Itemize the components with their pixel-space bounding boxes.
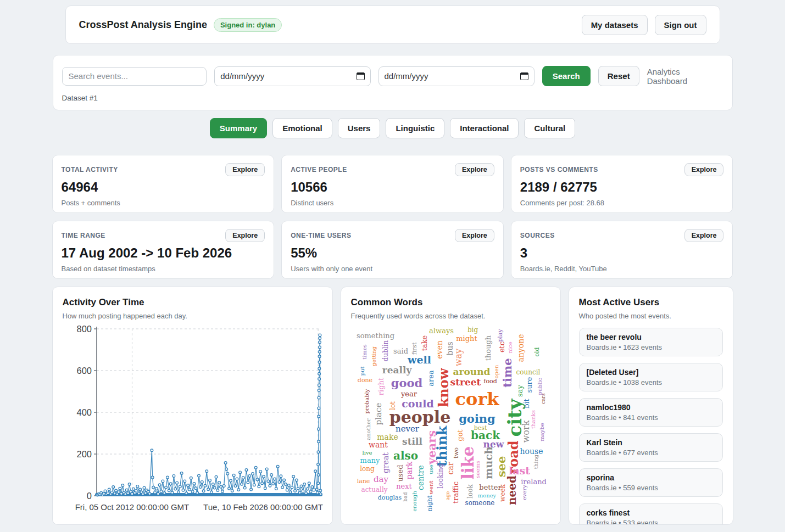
common-words-subtitle: Frequently used words across the dataset… bbox=[351, 312, 550, 320]
cloud-word: house bbox=[520, 447, 543, 455]
cloud-word: cars bbox=[541, 393, 545, 404]
user-meta: Boards.ie • 559 events bbox=[587, 484, 715, 492]
stat-value: 10566 bbox=[291, 180, 494, 195]
calendar-icon[interactable] bbox=[520, 72, 528, 80]
active-users-panel: Most Active Users Who posted the most ev… bbox=[569, 287, 733, 525]
user-item: [Deleted User]Boards.ie • 1038 events bbox=[579, 363, 723, 391]
stat-title: POSTS VS COMMENTS bbox=[520, 163, 598, 173]
app-header-actions: My datasets Sign out bbox=[582, 15, 706, 35]
user-meta: Boards.ie • 533 events bbox=[587, 519, 715, 525]
tab-interactional[interactable]: Interactional bbox=[450, 118, 519, 138]
stat-title: TOTAL ACTIVITY bbox=[62, 163, 118, 173]
explore-button[interactable]: Explore bbox=[684, 163, 724, 176]
cloud-word: though bbox=[484, 335, 491, 361]
cloud-word: place bbox=[374, 403, 382, 425]
tab-users[interactable]: Users bbox=[338, 118, 381, 138]
tab-linguistic[interactable]: Linguistic bbox=[386, 118, 444, 138]
cloud-word: work bbox=[522, 421, 531, 443]
cloud-word: went bbox=[428, 481, 434, 495]
svg-text:800: 800 bbox=[76, 324, 92, 334]
user-item: Karl SteinBoards.ie • 677 events bbox=[579, 433, 723, 462]
cloud-word: much bbox=[483, 446, 493, 479]
stat-subtitle: Comments per post: 28.68 bbox=[520, 199, 724, 207]
cloud-word: street bbox=[450, 378, 481, 387]
cloud-word: enough bbox=[412, 491, 417, 512]
app-title: CrossPost Analysis Engine bbox=[79, 19, 207, 31]
cloud-word: good bbox=[391, 377, 422, 389]
activity-chart: 0200400600800Fri, 05 Oct 2012 00:00:00 G… bbox=[63, 321, 325, 514]
user-name: namloc1980 bbox=[587, 403, 715, 412]
stat-title: ONE-TIME USERS bbox=[291, 229, 351, 239]
date-from-input[interactable]: dd/mm/yyyy bbox=[214, 66, 370, 86]
stat-card-active-people: ACTIVE PEOPLEExplore10566Distinct users bbox=[281, 155, 504, 213]
cloud-word: centre bbox=[417, 465, 425, 490]
filter-bar: dd/mm/yyyy dd/mm/yyyy Search Reset Analy… bbox=[53, 55, 733, 110]
cloud-word: like bbox=[460, 446, 476, 480]
user-meta: Boards.ie • 1623 events bbox=[587, 343, 715, 351]
cloud-word: right bbox=[377, 378, 384, 395]
calendar-icon[interactable] bbox=[357, 72, 365, 80]
dashboard-label: Analytics Dashboard bbox=[647, 67, 723, 86]
tab-cultural[interactable]: Cultural bbox=[524, 118, 575, 138]
cloud-word: year bbox=[401, 390, 417, 397]
cloud-word: take bbox=[420, 335, 427, 351]
cloud-word: also bbox=[393, 450, 418, 461]
activity-chart-wrap: 0200400600800Fri, 05 Oct 2012 00:00:00 G… bbox=[63, 321, 322, 517]
cloud-word: make bbox=[377, 433, 398, 441]
tab-emotional[interactable]: Emotional bbox=[272, 118, 332, 138]
activity-subtitle: How much posting happened each day. bbox=[63, 312, 322, 320]
filter-row: dd/mm/yyyy dd/mm/yyyy Search Reset Analy… bbox=[62, 66, 723, 86]
activity-title: Activity Over Time bbox=[63, 297, 322, 308]
user-item: namloc1980Boards.ie • 841 events bbox=[579, 398, 723, 427]
cloud-word: dublin bbox=[382, 340, 389, 362]
cloud-word: public bbox=[537, 378, 543, 395]
date-from-placeholder: dd/mm/yyyy bbox=[220, 71, 264, 81]
sign-out-button[interactable]: Sign out bbox=[655, 15, 706, 35]
tab-summary[interactable]: Summary bbox=[210, 118, 267, 138]
my-datasets-button[interactable]: My datasets bbox=[582, 15, 648, 35]
cloud-word: seems bbox=[475, 461, 481, 478]
explore-button[interactable]: Explore bbox=[455, 163, 494, 176]
tab-bar: SummaryEmotionalUsersLinguisticInteracti… bbox=[0, 118, 785, 138]
explore-button[interactable]: Explore bbox=[225, 229, 265, 242]
stat-title: TIME RANGE bbox=[62, 229, 105, 239]
stat-value: 3 bbox=[520, 245, 724, 261]
cloud-word: next bbox=[396, 483, 412, 490]
cloud-word: area bbox=[427, 370, 434, 386]
stat-card-posts-vs-comments: POSTS VS COMMENTSExplore2189 / 62775Comm… bbox=[511, 155, 733, 213]
cloud-word: nice bbox=[508, 341, 513, 353]
cloud-word: well bbox=[408, 355, 431, 365]
stat-card-sources: SOURCESExplore3Boards.ie, Reddit, YouTub… bbox=[511, 221, 733, 279]
reset-button[interactable]: Reset bbox=[598, 66, 639, 86]
cloud-word: better bbox=[479, 484, 501, 491]
cloud-word: big bbox=[467, 327, 478, 333]
search-button[interactable]: Search bbox=[542, 66, 591, 86]
date-to-input[interactable]: dd/mm/yyyy bbox=[378, 66, 535, 86]
svg-text:200: 200 bbox=[76, 449, 92, 459]
user-name: corks finest bbox=[587, 508, 715, 517]
cloud-word: many bbox=[360, 457, 380, 464]
cloud-word: looking bbox=[437, 464, 444, 489]
explore-button[interactable]: Explore bbox=[225, 163, 265, 176]
cloud-word: anyone bbox=[517, 334, 525, 362]
cloud-word: want bbox=[369, 441, 388, 449]
stats-grid: TOTAL ACTIVITYExplore64964Posts + commen… bbox=[52, 155, 733, 279]
cloud-word: put bbox=[360, 367, 365, 376]
signed-in-badge: Signed in: dylan bbox=[214, 18, 282, 32]
cloud-word: use bbox=[428, 464, 434, 474]
cloud-word: even bbox=[436, 340, 443, 359]
cloud-word: still bbox=[402, 437, 422, 446]
search-input[interactable] bbox=[62, 67, 207, 86]
user-meta: Boards.ie • 1038 events bbox=[587, 378, 715, 387]
app-header-left: CrossPost Analysis Engine Signed in: dyl… bbox=[79, 18, 282, 32]
cloud-word: around bbox=[453, 367, 491, 377]
cloud-word: look bbox=[467, 484, 474, 499]
cloud-word: say bbox=[516, 385, 523, 397]
svg-text:Tue, 10 Feb 2026 00:00:00 GMT: Tue, 10 Feb 2026 00:00:00 GMT bbox=[203, 502, 323, 512]
svg-text:400: 400 bbox=[76, 407, 92, 417]
explore-button[interactable]: Explore bbox=[455, 229, 494, 242]
cloud-word: play bbox=[497, 329, 503, 341]
stat-card-one-time-users: ONE-TIME USERSExplore55%Users with only … bbox=[281, 221, 504, 279]
explore-button[interactable]: Explore bbox=[684, 229, 724, 242]
stat-subtitle: Posts + comments bbox=[62, 199, 265, 207]
